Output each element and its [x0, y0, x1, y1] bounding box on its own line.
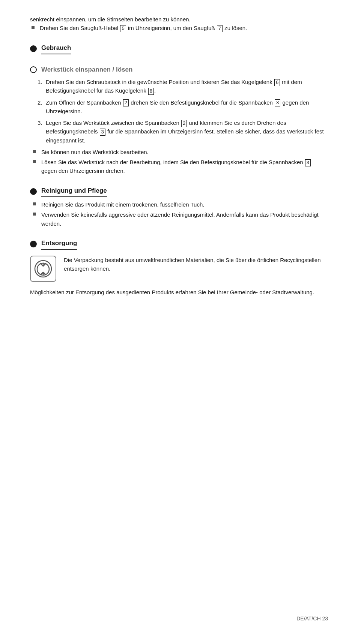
intro-bullet: Drehen Sie den Saugfuß-Hebel 5 im Uhrzei…: [30, 24, 328, 32]
intro-line-1: senkrecht einspannen, um die Stirnseiten…: [30, 15, 328, 24]
section-gebrauch-title: Gebrauch: [41, 43, 71, 54]
ref-8: 8: [148, 88, 154, 95]
bullet-square-icon-4: [33, 202, 36, 205]
section-reinigung-heading: Reinigung und Pflege: [30, 186, 328, 197]
page-footer: DE/AT/CH 23: [30, 608, 328, 622]
footer-label: DE/AT/CH 23: [296, 616, 328, 622]
bullet-square-icon: [32, 26, 35, 29]
werkstuck-bullet-2: Lösen Sie das Werkstück nach der Bearbei…: [32, 158, 328, 175]
intro-block: senkrecht einspannen, um die Stirnseiten…: [30, 15, 328, 33]
numbered-text-2: Zum Öffnen der Spannbacken 2 drehen Sie …: [46, 98, 328, 116]
filled-dot-icon-3: [30, 241, 37, 247]
numbered-item-3: 3. Legen Sie das Werkstück zwischen die …: [38, 118, 328, 145]
numbered-item-1: 1. Drehen Sie den Schraubstock in die ge…: [38, 78, 328, 95]
bullet-square-icon-2: [33, 150, 36, 153]
outline-dot-icon: [30, 66, 37, 73]
werkstuck-bullet-text-2: Lösen Sie das Werkstück nach der Bearbei…: [41, 158, 328, 175]
section-gebrauch-heading: Gebrauch: [30, 43, 328, 54]
section-werkstuck-heading: Werkstück einspannen / lösen: [30, 65, 328, 75]
filled-dot-icon-2: [30, 188, 37, 195]
numbered-text-3: Legen Sie das Werkstück zwischen die Spa…: [46, 118, 328, 145]
ref-7: 7: [217, 25, 223, 32]
recycle-section: Die Verpackung besteht aus umweltfreundl…: [30, 256, 328, 282]
ref-6: 6: [274, 79, 280, 86]
bullet-square-icon-5: [33, 213, 36, 216]
main-content: senkrecht einspannen, um die Stirnseiten…: [30, 15, 328, 608]
numbered-text-1: Drehen Sie den Schraubstock in die gewün…: [46, 78, 328, 95]
number-2: 2.: [38, 98, 46, 107]
bullet-square-icon-3: [33, 160, 36, 163]
section-entsorgung-title: Entsorgung: [41, 238, 77, 250]
reinigung-bullet-1: Reinigen Sie das Produkt mit einem trock…: [32, 200, 328, 209]
werkstuck-bullet-text-1: Sie können nun das Werkstück bearbeiten.: [41, 148, 328, 156]
ref-3a: 3: [275, 99, 280, 106]
reinigung-bullet-text-2: Verwenden Sie keinesfalls aggressive ode…: [41, 210, 328, 228]
filled-dot-icon: [30, 45, 37, 52]
reinigung-bullet-list: Reinigen Sie das Produkt mit einem trock…: [32, 200, 328, 228]
reinigung-bullet-text-1: Reinigen Sie das Produkt mit einem trock…: [41, 200, 328, 209]
number-3: 3.: [38, 118, 46, 127]
ref-3b: 3: [100, 129, 105, 136]
ref-2b: 2: [181, 120, 187, 127]
werkstuck-bullet-list: Sie können nun das Werkstück bearbeiten.…: [32, 148, 328, 175]
section-werkstuck-title: Werkstück einspannen / lösen: [41, 65, 132, 75]
ref-5: 5: [120, 25, 126, 32]
recycle-text: Die Verpackung besteht aus umweltfreundl…: [64, 256, 328, 273]
numbered-item-2: 2. Zum Öffnen der Spannbacken 2 drehen S…: [38, 98, 328, 116]
section-entsorgung-heading: Entsorgung: [30, 238, 328, 250]
ref-2a: 2: [123, 99, 129, 106]
page: senkrecht einspannen, um die Stirnseiten…: [0, 0, 358, 644]
recycle-icon: [30, 256, 56, 282]
intro-bullet-text: Drehen Sie den Saugfuß-Hebel 5 im Uhrzei…: [40, 24, 328, 32]
number-1: 1.: [38, 78, 46, 86]
reinigung-bullet-2: Verwenden Sie keinesfalls aggressive ode…: [32, 210, 328, 228]
numbered-list: 1. Drehen Sie den Schraubstock in die ge…: [38, 78, 328, 145]
final-text: Möglichkeiten zur Entsorgung des ausgedi…: [30, 288, 328, 297]
section-reinigung-title: Reinigung und Pflege: [41, 186, 107, 197]
werkstuck-bullet-1: Sie können nun das Werkstück bearbeiten.: [32, 148, 328, 156]
ref-3c: 3: [305, 159, 311, 166]
